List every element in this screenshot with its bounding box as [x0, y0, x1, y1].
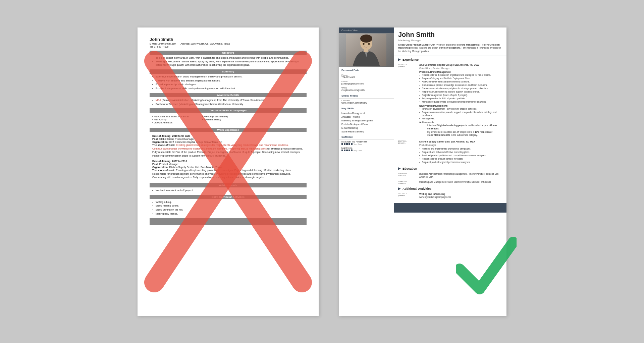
bullet-item: Prepare annual marketing plans to suppor… — [419, 90, 502, 93]
left-name: John Smith — [150, 37, 307, 42]
sw-dot — [341, 150, 343, 151]
bullet-item: Planned and implemented promotional camp… — [419, 147, 502, 150]
email-value: j.smith@uptowork.com — [341, 82, 391, 85]
sw-bar-1: Very Good — [341, 143, 391, 146]
objective-list: To be an expert in my area of work, with… — [150, 56, 307, 67]
email-label: E-Mail: — [150, 43, 157, 45]
additional-end-1: present — [398, 194, 417, 196]
skill-item: Social Media Marketing — [339, 130, 394, 133]
academic-header: Academic Details — [150, 93, 307, 97]
technical-header: Technical Skills & Languages — [150, 108, 307, 113]
right-resume-container: Curriculum Vitae — [339, 27, 506, 316]
software-title: Software — [339, 133, 394, 140]
skill-item: E-mail Marketing — [339, 126, 394, 130]
summary-item: Creative with effective and efficient or… — [156, 79, 307, 82]
extra-list: Writing a blog. Enjoy reading books. Enj… — [150, 201, 307, 216]
skills-title: Key Skills — [339, 105, 394, 111]
summary-item: Excellent interpersonal skills quickly d… — [156, 87, 307, 90]
skill-item: Marketing Strategy Development — [339, 119, 394, 122]
education-section-title: Education — [394, 165, 506, 171]
tech-left: • MS Office: MS Word, MS Excel • Mail Ch… — [152, 115, 189, 124]
sw-dot — [344, 150, 345, 151]
tech-right: • French (intermediate) • Spanish (basic… — [202, 115, 228, 124]
bullet-item: Communicate product knowledge to custome… — [419, 83, 502, 87]
linkedin-value: www.linkedin.com/johnutw — [341, 102, 391, 104]
exp-item-1: 2010-12 - present XYZ Cosmetics Capital … — [394, 62, 506, 139]
work-org-1: Organization: XYZ Cosmetics Capital Grou… — [152, 140, 304, 144]
work-org-2: Organization: Kitchen Supply Center Ltd.… — [152, 166, 304, 169]
right-resume: Curriculum Vitae — [339, 27, 506, 316]
sw-dot — [348, 143, 350, 145]
left-tel: Tel: 774-987-4009 — [150, 46, 307, 48]
email-value: j.smith@mail.com — [158, 43, 176, 45]
svg-rect-5 — [364, 49, 368, 52]
exp-dates-2: 2007-09 - 2010-11 — [398, 140, 417, 164]
exp-bullets-2: Innovation development - develop new pro… — [419, 107, 502, 120]
exp-bullets-3: Planned and implemented promotional camp… — [419, 147, 502, 164]
sw-dot — [346, 143, 348, 145]
edu-dates-1: 2005-09 - 2007-05 — [398, 172, 417, 178]
summary-item: Extensive experience in brand management… — [156, 75, 307, 78]
skill-item: Analytical Thinking — [339, 115, 394, 119]
work-post-1: Post: Global Group Product Manager — [152, 137, 304, 140]
extra-item: Enjoy Surfing on the net. — [156, 208, 307, 212]
bullet-item: Responsible for product portfolio foreca… — [419, 157, 502, 160]
academic-item: MBA (Business Administration, Marketing … — [156, 99, 307, 102]
work-header: Work Experience — [150, 128, 307, 132]
edu-content-1: Business Administration / Marketing Mana… — [419, 172, 502, 178]
additional-content-1: Writing and Influencing www.mymarketingc… — [419, 192, 502, 199]
work-scope-1: The scope of work: Creating global brand… — [152, 144, 304, 158]
phone-field: Phone 774-987-4009 — [339, 73, 394, 79]
www-value: cv.uptowork.com/j.smith — [341, 89, 391, 91]
additional-dates-1: 2012-01 - present — [398, 192, 417, 199]
bullet-item: Prepared and delivered effective marketi… — [419, 151, 502, 154]
exp-dates-1: 2010-12 - present — [398, 63, 417, 138]
social-media-title: Social Media — [339, 92, 394, 99]
edu-item-1: 2005-09 - 2007-05 Business Administratio… — [394, 171, 506, 179]
left-resume: John Smith E-Mail: j.smith@mail.com Addr… — [138, 27, 319, 316]
technical-grid: • MS Office: MS Word, MS Excel • Mail Ch… — [150, 114, 307, 125]
sw-dot — [348, 150, 350, 151]
tel-label: Tel: — [150, 46, 153, 48]
achievements-text: I finalized 10 global marketing projects… — [419, 124, 502, 138]
work-date-1: Date of Joining: 2010 to till date — [152, 134, 304, 137]
bullet-item: Create communication support plans for s… — [419, 87, 502, 90]
address-label: Address: — [180, 43, 190, 45]
edu-dates-2: 2000-10 - 2004-05 — [398, 180, 417, 184]
work-scope-2: The scope of work: Planning and implemen… — [152, 169, 304, 179]
person-photo-svg — [346, 34, 386, 66]
right-intro: Global Group Product Manager with 7 year… — [398, 43, 502, 53]
achievements-header: Achievements — [150, 183, 307, 187]
achievements-list: Involved in a stock sell-off project. — [150, 189, 307, 192]
work-post-2: Post: Product Manager — [152, 163, 304, 166]
www-field: WWW cv.uptowork.com/j.smith — [339, 86, 394, 92]
work-date-2: Date of Joining: 2007 to 2010 — [152, 160, 304, 163]
bullet-item: Innovation development - develop new pro… — [419, 107, 502, 110]
photo-area — [339, 33, 394, 67]
software-item-2: Mail Chimp Very Good — [339, 146, 394, 153]
sw-name-1: MS Excel, MS PowerPoint — [341, 140, 391, 143]
edu-end-1: 2007-05 — [398, 174, 417, 176]
personal-data-title: Personal Data — [339, 67, 394, 73]
main-content-area: Experience 2010-12 - present XYZ Cosmeti… — [394, 56, 506, 213]
exp-sub-1: Product & Brand Management: — [419, 70, 502, 73]
left-contact: E-Mail: j.smith@mail.com Address: 1905 W… — [150, 43, 307, 45]
additional-title-1: Writing and Influencing — [419, 192, 502, 196]
edu-end-2: 2004-05 — [398, 182, 417, 184]
tech-item: • Google Analytics — [152, 121, 189, 124]
exp-company-2: Kitchen Supply Center Ltd / San Antonio,… — [419, 140, 502, 144]
software-item-1: MS Excel, MS PowerPoint Very Good — [339, 140, 394, 146]
tech-item: • Mail Chimp — [152, 118, 189, 121]
experience-section-title: Experience — [394, 56, 506, 62]
extra-item: Making new friends. — [156, 212, 307, 216]
left-header: John Smith E-Mail: j.smith@mail.com Addr… — [150, 37, 307, 48]
achievement-item: Involved in a stock sell-off project. — [156, 189, 307, 192]
cv-label: Curriculum Vitae — [339, 27, 394, 33]
extra-item: Writing a blog. — [156, 201, 307, 204]
tech-item: • MS Office: MS Word, MS Excel — [152, 115, 189, 118]
extra-item: Enjoy reading books. — [156, 204, 307, 208]
exp-bullets-1: Responsible for the creation of global b… — [419, 73, 502, 104]
left-resume-container: John Smith E-Mail: j.smith@mail.com Addr… — [138, 27, 319, 316]
bullet-item: Prepare Category and Portfolio Deploymen… — [419, 77, 502, 80]
exp-company-1: XYZ Cosmetics Capital Group / San Antoni… — [419, 63, 502, 67]
